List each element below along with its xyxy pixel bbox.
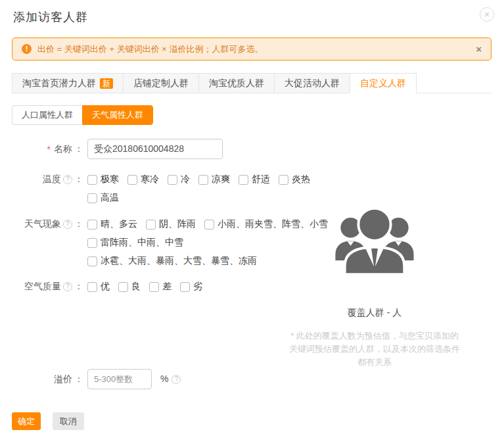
help-icon[interactable]: ?: [63, 282, 72, 291]
name-label: * 名称 ：: [12, 139, 83, 159]
checkbox[interactable]: [204, 220, 214, 230]
tab-promotion-event[interactable]: 大促活动人群: [274, 73, 350, 93]
checkbox-option[interactable]: 冷: [168, 174, 190, 185]
checkbox-label: 寒冷: [141, 174, 159, 185]
page-title: 添加访客人群: [13, 9, 88, 25]
percent-unit: %: [160, 369, 168, 389]
help-icon[interactable]: ?: [63, 220, 72, 229]
name-row: * 名称 ：: [12, 139, 223, 159]
checkbox-label: 优: [101, 281, 110, 293]
checkbox[interactable]: [87, 193, 97, 203]
cancel-button[interactable]: 取消: [53, 412, 84, 430]
checkbox-label: 极寒: [101, 174, 119, 185]
audience-tabs: 淘宝首页潜力人群 新 店铺定制人群 淘宝优质人群 大促活动人群 自定义人群: [12, 73, 492, 93]
checkbox-option[interactable]: 冰雹、大雨、暴雨、大雪、暴雪、冻雨: [87, 255, 257, 267]
tab-label: 淘宝首页潜力人群: [22, 74, 96, 93]
checkbox-label: 良: [131, 281, 141, 293]
checkbox[interactable]: [198, 175, 208, 185]
checkbox[interactable]: [87, 238, 97, 248]
checkbox-option[interactable]: 阴、阵雨: [146, 218, 196, 230]
weather-label: 天气现象 ? ：: [12, 219, 83, 230]
checkbox-label: 冰雹、大雨、暴雨、大雪、暴雪、冻雨: [101, 255, 257, 267]
alert-close-icon[interactable]: ×: [476, 44, 482, 54]
checkbox-label: 冷: [181, 174, 190, 185]
checkbox-option[interactable]: 优: [87, 281, 110, 293]
tab-label: 大促活动人群: [285, 74, 340, 93]
temperature-options: 极寒寒冷冷凉爽舒适炎热高温: [87, 174, 310, 203]
confirm-button[interactable]: 确定: [12, 412, 41, 430]
subtab-demographic[interactable]: 人口属性人群: [12, 105, 82, 125]
tab-label: 店铺定制人群: [133, 74, 189, 93]
premium-row: 溢价 ： % ?: [12, 369, 181, 389]
custom-audience-subtabs: 人口属性人群 天气属性人群: [12, 105, 153, 125]
bid-formula-alert: ! 出价 = 关键词出价 + 关键词出价 × 溢价比例；人群可多选。 ×: [12, 37, 492, 61]
premium-input[interactable]: [87, 369, 152, 389]
tab-store-custom[interactable]: 店铺定制人群: [123, 73, 198, 93]
checkbox-label: 劣: [193, 281, 202, 293]
checkbox-option[interactable]: 高温: [87, 192, 119, 204]
checkbox-option[interactable]: 雷阵雨、中雨、中雪: [87, 237, 183, 249]
premium-label: 溢价 ：: [12, 369, 83, 389]
checkbox-option[interactable]: 劣: [180, 281, 202, 293]
alert-text: 出价 = 关键词出价 + 关键词出价 × 溢价比例；人群可多选。: [37, 43, 263, 55]
coverage-note: * 此处的覆盖人数为预估值，与您宝贝添加的 关键词预估覆盖的人群，以及本次的筛选…: [279, 329, 470, 369]
tab-homepage-potential[interactable]: 淘宝首页潜力人群 新: [12, 73, 123, 93]
checkbox-option[interactable]: 舒适: [239, 174, 270, 185]
checkbox-option[interactable]: 极寒: [87, 174, 119, 185]
dialog-close-icon[interactable]: ×: [480, 7, 494, 22]
required-mark: *: [47, 144, 51, 155]
air-quality-row: 空气质量 ? ： 优良差劣: [12, 281, 202, 292]
exclamation-icon: !: [22, 44, 32, 54]
checkbox[interactable]: [239, 175, 248, 185]
subtab-weather[interactable]: 天气属性人群: [82, 105, 153, 125]
audience-group-icon: [326, 197, 423, 284]
help-icon[interactable]: ?: [172, 375, 181, 384]
checkbox[interactable]: [87, 220, 97, 230]
checkbox-option[interactable]: 差: [149, 281, 172, 293]
checkbox-label: 雷阵雨、中雨、中雪: [101, 237, 183, 249]
checkbox[interactable]: [118, 282, 128, 292]
checkbox[interactable]: [87, 282, 97, 292]
checkbox-option[interactable]: 凉爽: [198, 174, 230, 185]
tab-custom-audience[interactable]: 自定义人群: [350, 73, 417, 93]
checkbox-option[interactable]: 炎热: [279, 174, 310, 185]
coverage-count-text: 覆盖人群 - 人: [279, 307, 470, 319]
temperature-row: 温度 ? ： 极寒寒冷冷凉爽舒适炎热高温: [12, 174, 310, 203]
checkbox[interactable]: [87, 175, 97, 185]
coverage-panel: 覆盖人群 - 人 * 此处的覆盖人数为预估值，与您宝贝添加的 关键词预估覆盖的人…: [279, 197, 470, 369]
checkbox-label: 高温: [101, 192, 119, 204]
checkbox[interactable]: [168, 175, 177, 185]
checkbox-label: 凉爽: [212, 174, 230, 185]
tab-taobao-quality[interactable]: 淘宝优质人群: [198, 73, 274, 93]
checkbox[interactable]: [149, 282, 159, 292]
checkbox-option[interactable]: 良: [118, 281, 141, 293]
checkbox-option[interactable]: 晴、多云: [87, 218, 137, 230]
help-icon[interactable]: ?: [63, 175, 72, 184]
footer-actions: 确定 取消: [12, 412, 84, 430]
checkbox-label: 晴、多云: [101, 218, 137, 230]
checkbox[interactable]: [146, 220, 156, 230]
air-quality-options: 优良差劣: [87, 281, 202, 292]
checkbox-label: 舒适: [252, 174, 270, 185]
checkbox[interactable]: [87, 256, 97, 266]
temperature-label: 温度 ? ：: [12, 174, 83, 185]
checkbox-label: 炎热: [292, 174, 310, 185]
name-input[interactable]: [87, 139, 223, 159]
tab-label: 淘宝优质人群: [209, 74, 264, 93]
checkbox-option[interactable]: 寒冷: [127, 174, 159, 185]
new-badge: 新: [100, 78, 113, 89]
checkbox[interactable]: [279, 175, 288, 185]
air-quality-label: 空气质量 ? ：: [12, 281, 83, 292]
checkbox[interactable]: [127, 175, 137, 185]
checkbox-label: 差: [162, 281, 172, 293]
tab-label: 自定义人群: [360, 74, 406, 93]
checkbox-label: 阴、阵雨: [159, 218, 196, 230]
checkbox[interactable]: [180, 282, 190, 292]
